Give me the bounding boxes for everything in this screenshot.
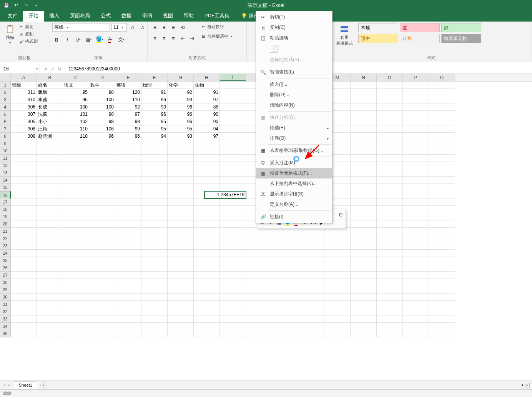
cell[interactable] (11, 147, 37, 155)
cell[interactable] (89, 250, 115, 257)
mini-merge-icon[interactable]: ⊟ (337, 211, 344, 218)
cell[interactable] (220, 206, 246, 213)
cell[interactable] (220, 103, 246, 111)
cell[interactable] (63, 184, 89, 191)
cell[interactable] (115, 191, 141, 198)
cell[interactable] (403, 308, 429, 315)
increase-font-icon[interactable]: A (128, 23, 137, 32)
ctx-copy[interactable]: ⎘复制(C) (256, 22, 332, 33)
cell[interactable] (37, 162, 63, 169)
cell[interactable] (141, 279, 168, 286)
cell[interactable] (63, 315, 89, 323)
cell[interactable] (377, 140, 403, 147)
cell[interactable] (115, 198, 141, 206)
hscroll-right-icon[interactable]: ▸ (525, 383, 530, 387)
wrap-text-button[interactable]: ↩自动换行 (201, 23, 232, 30)
cell[interactable] (63, 250, 89, 257)
cell[interactable] (377, 257, 403, 264)
cell[interactable]: 95 (63, 89, 89, 96)
cell[interactable]: 96 (63, 96, 89, 103)
cell[interactable] (403, 147, 429, 155)
cell[interactable] (11, 191, 37, 198)
cell[interactable]: 311 (11, 89, 37, 96)
cell[interactable] (11, 213, 37, 220)
cell[interactable] (351, 286, 377, 294)
cell[interactable]: 生物 (194, 82, 220, 89)
cell[interactable] (89, 177, 115, 184)
cell[interactable] (11, 308, 37, 315)
col-header-H[interactable]: H (194, 74, 220, 81)
cell[interactable] (403, 96, 429, 103)
cell[interactable] (89, 155, 115, 162)
cell[interactable] (115, 272, 141, 279)
cell[interactable] (429, 147, 455, 155)
cell[interactable]: 96 (168, 111, 194, 118)
cell[interactable] (377, 286, 403, 294)
cell[interactable] (220, 286, 246, 294)
row-header[interactable]: 26 (0, 264, 11, 272)
cell[interactable] (115, 308, 141, 315)
cell[interactable] (429, 294, 455, 301)
cell[interactable] (89, 257, 115, 264)
cell[interactable] (220, 198, 246, 206)
cell[interactable] (220, 147, 246, 155)
cell[interactable]: 101 (63, 111, 89, 118)
row-header[interactable]: 18 (0, 206, 11, 213)
cell[interactable] (194, 206, 220, 213)
cell[interactable] (37, 155, 63, 162)
cell[interactable] (429, 286, 455, 294)
cell[interactable] (63, 147, 89, 155)
save-icon[interactable]: 💾 (3, 2, 9, 8)
cell[interactable] (403, 257, 429, 264)
orientation-icon[interactable]: ⟲ (178, 23, 187, 32)
cell[interactable]: 97 (194, 96, 220, 103)
style-neutral[interactable]: 适中 (358, 34, 398, 43)
paste-button[interactable]: 粘贴 ▾ (3, 23, 17, 46)
cell[interactable] (403, 330, 429, 337)
cell[interactable] (141, 198, 168, 206)
cell[interactable] (403, 103, 429, 111)
cell[interactable] (429, 272, 455, 279)
cell[interactable] (377, 213, 403, 220)
cancel-formula-icon[interactable]: ✕ (44, 66, 48, 72)
cell[interactable] (37, 228, 63, 235)
cell[interactable] (246, 323, 272, 330)
cell[interactable] (324, 330, 351, 337)
cell[interactable] (298, 315, 324, 323)
cell[interactable] (377, 147, 403, 155)
cell[interactable] (168, 279, 194, 286)
ctx-pick-from-dropdown[interactable]: 从下拉列表中选择(K)... (256, 178, 332, 189)
row-header[interactable]: 15 (0, 184, 11, 191)
cell[interactable] (220, 323, 246, 330)
cell[interactable] (351, 315, 377, 323)
cell[interactable] (168, 191, 194, 198)
cell[interactable] (429, 162, 455, 169)
pinyin-button[interactable]: 文▾ (117, 35, 125, 44)
cell[interactable] (168, 228, 194, 235)
cell[interactable] (63, 191, 89, 198)
cell[interactable] (194, 286, 220, 294)
cell[interactable] (246, 250, 272, 257)
cell[interactable]: 98 (89, 111, 115, 118)
cell[interactable] (220, 228, 246, 235)
cell[interactable] (89, 286, 115, 294)
cell[interactable] (194, 228, 220, 235)
cell[interactable] (37, 250, 63, 257)
cell[interactable] (63, 294, 89, 301)
cell[interactable] (11, 294, 37, 301)
cell[interactable] (11, 250, 37, 257)
cell[interactable] (403, 286, 429, 294)
cell[interactable] (89, 301, 115, 308)
cell[interactable] (89, 220, 115, 228)
cell[interactable] (429, 301, 455, 308)
cell[interactable]: 1.23457E+19 (204, 191, 246, 198)
cell[interactable] (298, 323, 324, 330)
cell[interactable] (194, 264, 220, 272)
cell[interactable] (63, 308, 89, 315)
cell[interactable] (324, 242, 351, 250)
cell[interactable] (11, 169, 37, 177)
cell[interactable]: 102 (63, 118, 89, 125)
row-header[interactable]: 28 (0, 279, 11, 286)
cell[interactable] (89, 191, 115, 198)
cell[interactable] (403, 242, 429, 250)
